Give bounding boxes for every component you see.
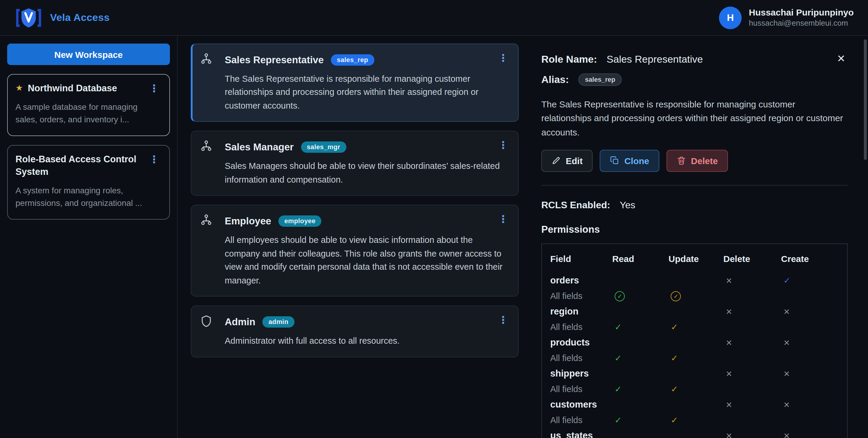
check-icon: ✓ <box>615 353 621 363</box>
perm-allfields-row: All fields✓✓ <box>550 350 839 366</box>
perm-delete: ✕ <box>723 275 781 286</box>
hierarchy-icon <box>200 213 225 229</box>
roles-list: Sales Representative sales_rep ⋮ The Sal… <box>178 36 531 438</box>
perm-allfields-label: All fields <box>550 291 612 301</box>
perm-allfields-label: All fields <box>550 353 612 363</box>
divider <box>541 185 848 185</box>
permissions-table: Field Read Update Delete Create orders✕✓… <box>541 243 848 438</box>
perm-read: ✓ <box>612 290 669 302</box>
role-alias-badge: sales_mgr <box>301 141 346 153</box>
role-name: Employee <box>225 215 271 227</box>
role-menu-button[interactable]: ⋮ <box>495 52 511 64</box>
perm-create: ✕ <box>781 306 839 317</box>
circle-check-icon: ✓ <box>615 292 625 302</box>
perm-field: us_states <box>550 430 612 438</box>
perm-group-row: us_states✕✕ <box>550 428 839 438</box>
role-menu-button[interactable]: ⋮ <box>495 314 511 326</box>
check-icon: ✓ <box>615 322 621 332</box>
perm-update: ✓ <box>669 353 723 363</box>
col-read: Read <box>612 254 669 264</box>
circle-check-icon: ✓ <box>671 292 681 302</box>
workspace-card-northwind[interactable]: ★ Northwind Database ⋮ A sample database… <box>7 74 170 136</box>
perm-group-row: shippers✕✕ <box>550 366 839 381</box>
x-icon: ✕ <box>726 369 733 378</box>
permissions-heading: Permissions <box>541 224 848 235</box>
hierarchy-icon <box>200 52 225 67</box>
perm-create: ✕ <box>781 399 839 410</box>
perm-update: ✓ <box>669 322 723 332</box>
perm-allfields-row: All fields✓✓ <box>550 412 839 428</box>
close-icon[interactable]: ✕ <box>836 51 847 66</box>
role-card-admin[interactable]: Admin admin ⋮ Administrator with full ac… <box>191 305 519 357</box>
role-card-sales-representative[interactable]: Sales Representative sales_rep ⋮ The Sal… <box>191 43 519 122</box>
workspace-menu-button[interactable]: ⋮ <box>147 153 161 166</box>
role-name: Admin <box>225 316 255 327</box>
check-icon: ✓ <box>671 384 678 394</box>
workspace-name: Role-Based Access Control System <box>16 153 142 178</box>
edit-button-label: Edit <box>566 156 583 166</box>
role-alias-badge: employee <box>278 215 321 227</box>
x-icon: ✕ <box>726 338 733 347</box>
x-icon: ✕ <box>783 338 790 347</box>
workspace-description: A sample database for managing sales, or… <box>16 101 161 126</box>
workspace-menu-button[interactable]: ⋮ <box>147 82 161 95</box>
delete-button[interactable]: Delete <box>666 150 728 172</box>
x-icon: ✕ <box>726 401 733 409</box>
perm-allfields-row: All fields✓✓ <box>550 381 839 397</box>
check-icon: ✓ <box>615 415 621 425</box>
perm-allfields-row: All fields✓✓ <box>550 288 839 304</box>
perm-create: ✕ <box>781 337 839 348</box>
check-icon: ✓ <box>671 322 678 332</box>
perm-update: ✓ <box>669 415 723 426</box>
x-icon: ✕ <box>726 432 733 438</box>
app-logo-icon <box>16 7 42 28</box>
check-icon: ✓ <box>783 276 790 285</box>
delete-button-label: Delete <box>691 156 718 166</box>
check-icon: ✓ <box>671 415 678 425</box>
clone-button[interactable]: Clone <box>600 150 659 172</box>
edit-button[interactable]: Edit <box>541 150 593 172</box>
role-menu-button[interactable]: ⋮ <box>495 213 511 226</box>
permissions-table-body: orders✕✓All fields✓✓region✕✕All fields✓✓… <box>550 273 839 438</box>
perm-delete: ✕ <box>723 337 781 348</box>
col-create: Create <box>781 254 839 264</box>
perm-read: ✓ <box>612 415 669 426</box>
role-card-sales-manager[interactable]: Sales Manager sales_mgr ⋮ Sales Managers… <box>191 131 519 196</box>
role-alias-badge: sales_rep <box>331 54 374 65</box>
avatar[interactable]: H <box>719 6 742 29</box>
app-header: Vela Access H Hussachai Puripunpinyo hus… <box>0 0 868 36</box>
workspace-card-rbac[interactable]: Role-Based Access Control System ⋮ A sys… <box>7 145 170 220</box>
trash-icon <box>677 156 686 166</box>
perm-group-row: region✕✕ <box>550 304 839 319</box>
alias-badge: sales_rep <box>579 74 622 86</box>
workspace-sidebar: New Workspace ★ Northwind Database ⋮ A s… <box>0 36 178 438</box>
shield-icon <box>200 314 225 329</box>
role-name: Sales Representative <box>225 54 324 65</box>
permissions-table-header: Field Read Update Delete Create <box>550 253 839 266</box>
perm-allfields-label: All fields <box>550 415 612 425</box>
role-name-label: Role Name: <box>541 54 597 66</box>
col-update: Update <box>669 254 723 264</box>
x-icon: ✕ <box>783 432 790 438</box>
user-email: hussachai@ensembleui.com <box>749 19 854 29</box>
role-card-employee[interactable]: Employee employee ⋮ All employees should… <box>191 205 519 297</box>
star-icon: ★ <box>16 82 23 94</box>
role-menu-button[interactable]: ⋮ <box>495 139 511 152</box>
perm-create: ✕ <box>781 368 839 379</box>
perm-allfields-row: All fields✓✓ <box>550 319 839 335</box>
user-menu[interactable]: H Hussachai Puripunpinyo hussachai@ensem… <box>719 6 854 29</box>
user-name: Hussachai Puripunpinyo <box>749 7 854 19</box>
check-icon: ✓ <box>671 353 678 363</box>
perm-field: region <box>550 306 612 317</box>
role-description: All employees should be able to view bas… <box>225 234 511 287</box>
pencil-icon <box>552 156 561 166</box>
app-title: Vela Access <box>50 12 110 24</box>
perm-create: ✓ <box>781 275 839 286</box>
hierarchy-icon <box>200 139 225 155</box>
perm-create: ✕ <box>781 430 839 438</box>
scrollbar[interactable] <box>864 39 867 160</box>
perm-delete: ✕ <box>723 399 781 410</box>
new-workspace-button[interactable]: New Workspace <box>7 43 170 65</box>
role-detail-panel: ✕ Role Name: Sales Representative Alias:… <box>531 36 868 438</box>
perm-delete: ✕ <box>723 368 781 379</box>
